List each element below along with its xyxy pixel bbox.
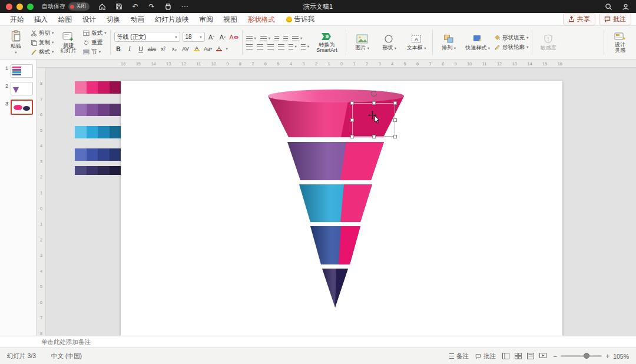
ribbon-tab[interactable]: 开始 <box>5 13 29 26</box>
format-painter-button[interactable]: 格式▾ <box>31 48 54 56</box>
shape-selection-box[interactable] <box>352 103 395 137</box>
slide-thumbnail-3[interactable] <box>11 100 33 115</box>
zoom-slider[interactable] <box>561 355 602 357</box>
palette-swatch[interactable] <box>110 148 121 161</box>
palette-swatch[interactable] <box>98 166 110 175</box>
search-icon[interactable] <box>604 2 613 11</box>
funnel-mouth[interactable] <box>268 90 404 102</box>
resize-handle-ne[interactable] <box>393 101 397 105</box>
funnel-segment-2[interactable] <box>287 142 384 180</box>
quick-styles-button[interactable]: 快速样式 ▾ <box>463 28 492 57</box>
close-window-button[interactable] <box>6 4 12 10</box>
slide-sorter-icon[interactable] <box>515 353 522 359</box>
comments-toggle-button[interactable]: 批注 <box>599 13 631 25</box>
slideshow-icon[interactable] <box>539 353 546 359</box>
line-spacing-button[interactable]: ▾ <box>292 36 302 41</box>
palette-swatch[interactable] <box>98 81 110 94</box>
align-left-button[interactable] <box>246 44 253 49</box>
paste-button[interactable]: 粘贴 ▾ <box>4 28 28 57</box>
account-icon[interactable] <box>621 2 630 11</box>
editor-canvas[interactable] <box>46 68 636 336</box>
palette-swatch[interactable] <box>75 148 87 161</box>
shapes-button[interactable]: 形状 ▾ <box>377 28 402 57</box>
layout-button[interactable]: 版式▾ <box>83 29 106 37</box>
reading-view-icon[interactable] <box>527 353 534 359</box>
palette-swatch[interactable] <box>75 166 87 175</box>
convert-smartart-button[interactable]: 转换为SmartArt <box>312 28 342 57</box>
align-text-button[interactable]: ▾ <box>301 44 309 49</box>
design-ideas-button[interactable]: 设计灵感 <box>608 28 632 57</box>
redo-icon[interactable]: ↷ <box>147 2 156 11</box>
ribbon-tab[interactable]: 幻灯片放映 <box>150 13 194 26</box>
ribbon-tab[interactable]: 视图 <box>218 13 243 26</box>
palette-swatch[interactable] <box>110 166 121 175</box>
zoom-slider-knob[interactable] <box>584 353 589 359</box>
resize-handle-e[interactable] <box>393 118 397 122</box>
palette-swatch[interactable] <box>75 81 87 94</box>
align-center-button[interactable] <box>257 44 263 49</box>
ribbon-tab[interactable]: 绘图 <box>53 13 77 26</box>
horizontal-ruler[interactable]: 1615141312111098765432101234567891011121… <box>37 59 636 68</box>
palette-swatch[interactable] <box>110 126 121 138</box>
palette-swatch[interactable] <box>87 104 98 116</box>
ribbon-tab[interactable]: 设计 <box>77 13 101 26</box>
align-right-button[interactable] <box>267 44 274 49</box>
change-case-button[interactable]: Aa▾ <box>204 44 213 53</box>
resize-handle-se[interactable] <box>393 135 397 138</box>
ribbon-tab[interactable]: 切换 <box>101 13 125 26</box>
new-slide-button[interactable]: 新建幻灯片 <box>56 28 81 57</box>
highlight-color-button[interactable]: A <box>193 44 201 53</box>
resize-handle-w[interactable] <box>350 118 354 122</box>
justify-button[interactable] <box>278 44 284 49</box>
arrange-button[interactable]: 排列 ▾ <box>436 28 461 57</box>
increase-font-button[interactable]: A^ <box>207 32 216 41</box>
home-icon[interactable] <box>98 2 107 11</box>
palette-swatch[interactable] <box>110 81 121 94</box>
print-icon[interactable] <box>164 2 173 11</box>
character-spacing-button[interactable]: AV <box>181 44 190 53</box>
funnel-segment-3[interactable] <box>299 184 372 222</box>
decrease-font-button[interactable]: A˅ <box>218 32 227 41</box>
ribbon-tab[interactable]: 形状格式 <box>243 13 280 26</box>
palette-swatch[interactable] <box>87 126 98 138</box>
palette-swatch[interactable] <box>75 104 87 116</box>
shape-outline-button[interactable]: 形状轮廓▾ <box>494 44 528 51</box>
share-button[interactable]: 共享 <box>563 13 595 25</box>
shape-fill-button[interactable]: 形状填充▾ <box>494 34 528 42</box>
funnel-segment-4[interactable] <box>310 226 360 264</box>
resize-handle-n[interactable] <box>372 101 376 105</box>
notes-placeholder[interactable]: 单击此处添加备注 <box>41 338 91 346</box>
decrease-indent-button[interactable] <box>274 36 279 41</box>
increase-indent-button[interactable] <box>283 36 288 41</box>
resize-handle-sw[interactable] <box>350 135 354 138</box>
palette-swatch[interactable] <box>98 104 110 116</box>
superscript-button[interactable]: x² <box>159 44 168 53</box>
strikethrough-button[interactable]: abc <box>148 44 157 53</box>
text-box-button[interactable]: A 文本框 ▾ <box>404 28 429 57</box>
palette-swatch[interactable] <box>87 81 98 94</box>
fullscreen-window-button[interactable] <box>27 4 34 10</box>
picture-button[interactable]: 图片 ▾ <box>350 28 375 57</box>
palette-swatch[interactable] <box>87 148 98 161</box>
font-color-caret[interactable]: ▾ <box>226 47 228 51</box>
zoom-out-button[interactable]: − <box>553 352 557 360</box>
slide-thumbnail-1[interactable] <box>11 64 33 78</box>
rotate-handle[interactable] <box>370 90 378 98</box>
reset-button[interactable]: 重置 <box>83 39 106 47</box>
save-icon[interactable] <box>114 2 123 11</box>
undo-icon[interactable]: ↶ <box>131 2 140 11</box>
slide-thumbnail-2[interactable] <box>11 82 33 95</box>
zoom-level[interactable]: 105% <box>613 353 629 360</box>
slide-canvas[interactable] <box>121 81 562 336</box>
subscript-button[interactable]: x₂ <box>170 44 179 53</box>
font-name-select[interactable]: 等线 (正文)▾ <box>114 32 180 42</box>
more-icon[interactable]: ⋯ <box>180 2 189 11</box>
resize-handle-s[interactable] <box>372 135 376 138</box>
palette-swatch[interactable] <box>110 104 121 116</box>
funnel-segment-5[interactable] <box>322 269 348 307</box>
palette-swatch[interactable] <box>87 166 98 175</box>
underline-button[interactable]: U <box>137 44 145 53</box>
copy-button[interactable]: 复制▾ <box>31 39 54 47</box>
palette-swatch[interactable] <box>98 148 110 161</box>
normal-view-icon[interactable] <box>502 353 509 359</box>
